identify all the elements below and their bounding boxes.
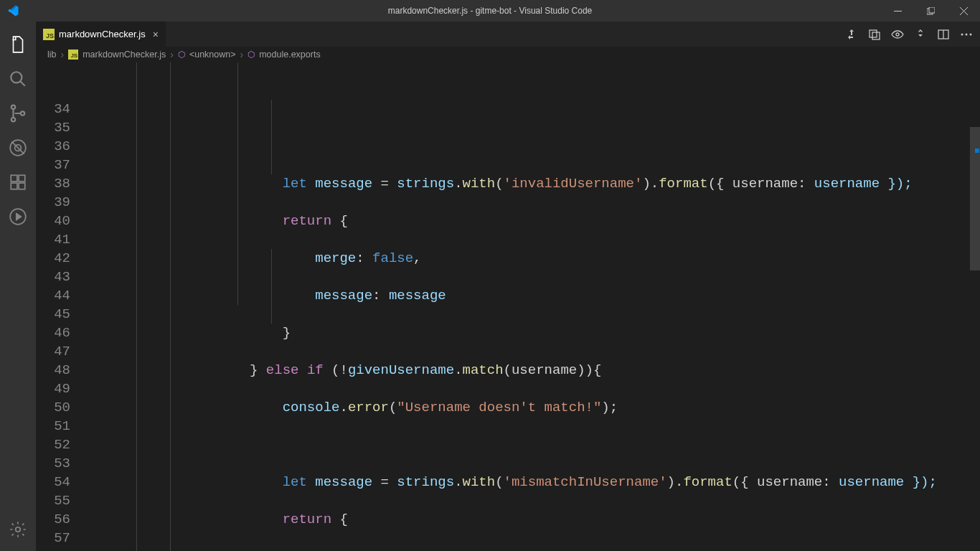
tab-close-icon[interactable]: ×: [153, 29, 159, 40]
debug-icon[interactable]: [0, 131, 36, 165]
run-icon[interactable]: [914, 29, 927, 40]
toggle-preview-icon[interactable]: [891, 30, 904, 39]
svg-rect-0: [894, 11, 902, 11]
svg-rect-20: [872, 32, 880, 39]
svg-rect-14: [11, 183, 17, 189]
extensions-icon[interactable]: [0, 165, 36, 199]
activity-bar: [0, 22, 36, 551]
breadcrumb-symbol[interactable]: <unknown>: [189, 50, 236, 60]
breadcrumb-symbol[interactable]: module.exports: [259, 50, 320, 60]
svg-point-25: [966, 33, 968, 35]
vertical-scrollbar[interactable]: [970, 62, 980, 551]
compare-changes-icon[interactable]: [845, 29, 858, 40]
breadcrumbs[interactable]: lib › JS markdownChecker.js › ⬡ <unknown…: [36, 47, 980, 62]
title-bar: markdownChecker.js - gitme-bot - Visual …: [0, 0, 980, 22]
vscode-logo-icon: [0, 4, 25, 17]
svg-rect-13: [11, 175, 17, 182]
svg-rect-16: [19, 175, 25, 182]
breadcrumb-file[interactable]: markdownChecker.js: [83, 50, 166, 60]
svg-rect-19: [870, 30, 877, 37]
overview-ruler-mark: [975, 149, 979, 153]
tab-label: markdownChecker.js: [59, 29, 146, 39]
open-changes-icon[interactable]: [868, 29, 881, 40]
close-button[interactable]: [947, 0, 980, 22]
code-content[interactable]: let message = strings.with('invalidUsern…: [86, 118, 970, 551]
settings-gear-icon[interactable]: [0, 512, 36, 547]
minimize-button[interactable]: [881, 0, 914, 22]
svg-point-24: [961, 33, 963, 35]
js-file-icon: JS: [68, 50, 78, 60]
maximize-button[interactable]: [914, 0, 947, 22]
chevron-right-icon: ›: [240, 49, 244, 60]
svg-rect-2: [929, 7, 935, 13]
code-editor[interactable]: 3435363738394041424344454647484950515253…: [36, 62, 970, 551]
live-share-icon[interactable]: [0, 199, 36, 234]
svg-rect-15: [19, 183, 25, 189]
svg-point-7: [11, 105, 15, 109]
breadcrumb-folder[interactable]: lib: [47, 50, 57, 60]
source-control-icon[interactable]: [0, 96, 36, 131]
explorer-icon[interactable]: [0, 27, 36, 62]
svg-point-21: [896, 33, 899, 36]
svg-point-18: [16, 527, 21, 532]
split-editor-icon[interactable]: [937, 29, 950, 40]
window-title: markdownChecker.js - gitme-bot - Visual …: [388, 6, 593, 16]
chevron-right-icon: ›: [61, 49, 65, 60]
symbol-icon: ⬡: [248, 50, 255, 60]
tab-markdownchecker[interactable]: JS markdownChecker.js ×: [36, 22, 166, 47]
line-number-gutter: 3435363738394041424344454647484950515253…: [36, 62, 86, 551]
search-icon[interactable]: [0, 62, 36, 96]
editor-tabs: JS markdownChecker.js ×: [36, 22, 980, 47]
svg-point-9: [21, 111, 24, 115]
more-actions-icon[interactable]: [960, 33, 973, 36]
js-file-icon: JS: [43, 29, 55, 40]
svg-line-6: [20, 81, 25, 86]
svg-point-5: [11, 72, 22, 83]
svg-point-8: [11, 118, 15, 121]
svg-point-26: [970, 33, 972, 35]
chevron-right-icon: ›: [170, 49, 174, 60]
symbol-icon: ⬡: [178, 50, 185, 60]
svg-line-11: [11, 141, 24, 154]
